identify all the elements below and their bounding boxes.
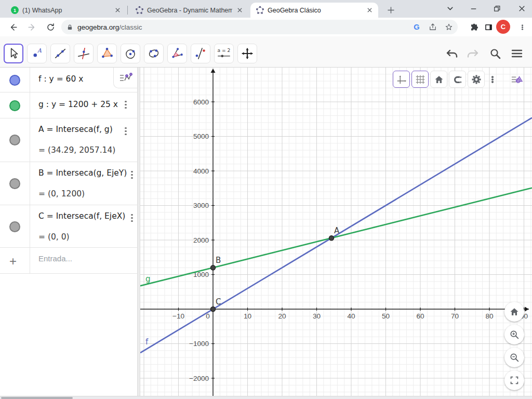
menu-icon[interactable] [511, 47, 523, 60]
browser-menu-button[interactable] [514, 19, 530, 35]
back-button[interactable] [5, 19, 21, 35]
visibility-toggle-B[interactable] [9, 178, 20, 189]
kebab-icon[interactable] [518, 23, 527, 32]
kebab-icon[interactable] [487, 74, 498, 85]
window-close-icon[interactable] [517, 4, 526, 13]
magnet-icon[interactable] [452, 74, 463, 85]
forward-button[interactable] [24, 19, 39, 35]
visibility-toggle-C[interactable] [9, 221, 20, 232]
google-icon[interactable]: G [412, 22, 421, 32]
tab-close-icon[interactable] [235, 6, 244, 15]
tab-close-icon[interactable] [114, 6, 122, 14]
table-wave-icon[interactable] [118, 72, 134, 84]
visibility-toggle-f[interactable] [9, 75, 20, 86]
redo-button[interactable] [462, 44, 482, 63]
search-button[interactable] [485, 44, 505, 63]
algebra-row-B[interactable]: B = Interseca(g, EjeY)= (0, 1200) [0, 162, 137, 205]
row-menu-A[interactable] [123, 126, 129, 138]
google-account-icon[interactable]: G [412, 22, 421, 32]
tab-3[interactable]: GeoGebra Clásico [250, 3, 378, 18]
horizontal-scrollbar[interactable] [0, 396, 532, 399]
point-C[interactable] [210, 307, 215, 311]
tab-2[interactable]: GeoGebra - Dynamic Mathematic [130, 3, 248, 18]
share-icon[interactable] [428, 22, 437, 32]
settings-button[interactable] [468, 71, 485, 88]
reload-button[interactable] [43, 19, 58, 35]
graph-canvas[interactable]: −100102030405060708090600050004000300020… [140, 68, 532, 396]
stylebar-icon[interactable] [509, 74, 525, 85]
tool-move-view[interactable] [237, 44, 257, 63]
grid-icon[interactable] [415, 74, 426, 85]
minimize-icon[interactable] [469, 4, 478, 13]
row-menu-C[interactable] [129, 212, 135, 225]
home-reset-button[interactable] [504, 302, 524, 322]
add-input-icon[interactable]: + [9, 254, 17, 269]
row-menu-B[interactable] [129, 169, 135, 182]
tool-perpendicular[interactable] [74, 44, 94, 63]
axes-toggle-button[interactable] [393, 71, 410, 88]
star-icon[interactable] [444, 22, 454, 32]
tool-angle[interactable]: α [167, 44, 187, 63]
restore-icon[interactable] [493, 4, 501, 13]
tab-1[interactable]: 1(1) WhatsApp [5, 3, 126, 18]
home-icon[interactable] [509, 306, 520, 317]
stylebar-button[interactable] [507, 71, 527, 88]
snap-button[interactable] [449, 71, 466, 88]
visibility-toggle-g[interactable] [9, 100, 20, 111]
algebra-row-A[interactable]: A = Interseca(f, g)= (34.29, 2057.14) [0, 118, 137, 162]
point-A[interactable] [329, 236, 334, 241]
redo-icon[interactable] [464, 47, 480, 60]
forward-icon[interactable] [27, 22, 37, 32]
zoom-out-button[interactable] [504, 348, 524, 367]
tool-polygon[interactable] [97, 44, 117, 63]
puzzle-icon[interactable] [469, 22, 479, 32]
close-button[interactable] [511, 0, 532, 17]
home-icon[interactable] [433, 74, 445, 85]
lock-icon[interactable] [66, 24, 73, 31]
zoom-out-icon[interactable] [509, 352, 520, 363]
side-panel-button[interactable] [481, 19, 496, 35]
extensions-button[interactable] [466, 19, 482, 35]
side-panel-icon[interactable] [484, 22, 494, 32]
home-view-button[interactable] [430, 71, 447, 88]
reload-icon[interactable] [46, 22, 56, 32]
restore-button[interactable] [486, 0, 507, 17]
tab-close-icon[interactable] [113, 6, 122, 15]
algebra-input[interactable] [38, 254, 127, 263]
minimize-button[interactable] [463, 0, 484, 17]
tab-close-icon[interactable] [366, 6, 374, 14]
tool-reflect[interactable] [191, 44, 210, 63]
chevron-down-icon[interactable] [446, 4, 455, 13]
tool-slider[interactable]: a = 2 [214, 44, 234, 63]
bookmark-button[interactable] [444, 22, 454, 32]
undo-button[interactable] [443, 44, 462, 63]
lock-icon[interactable] [66, 24, 73, 31]
main-menu-button[interactable] [507, 44, 527, 63]
new-tab-button[interactable] [383, 3, 398, 17]
zoom-in-icon[interactable] [509, 329, 520, 340]
algebra-row-C[interactable]: C = Interseca(f, EjeX)= (0, 0) [0, 205, 137, 248]
row-menu-g[interactable] [123, 99, 129, 112]
more-button[interactable] [486, 71, 499, 88]
algebra-row-f[interactable]: f : y = 60 x [0, 68, 137, 92]
back-icon[interactable] [8, 22, 18, 32]
point-B[interactable] [210, 265, 215, 270]
tab-close-icon[interactable] [365, 6, 374, 15]
graphics-view[interactable]: −100102030405060708090600050004000300020… [140, 68, 532, 396]
algebra-row-g[interactable]: g : y = 1200 + 25 x [0, 92, 137, 118]
tool-conic[interactable] [144, 44, 164, 63]
new-tab-icon[interactable] [386, 5, 396, 15]
tool-point[interactable]: A [27, 44, 47, 63]
avatar[interactable]: C [496, 20, 510, 34]
tool-line[interactable] [50, 44, 70, 63]
url-field[interactable]: geogebra.org/classic G [61, 20, 458, 34]
visibility-toggle-A[interactable] [9, 135, 20, 145]
zoom-in-button[interactable] [504, 325, 524, 344]
tab-close-icon[interactable] [236, 6, 244, 14]
table-of-values-button[interactable] [113, 68, 137, 88]
axes-icon[interactable] [396, 74, 407, 85]
grid-toggle-button[interactable] [411, 71, 429, 88]
tab-search-button[interactable] [440, 0, 460, 17]
input-row[interactable]: + [0, 248, 137, 274]
tool-move[interactable] [4, 44, 23, 63]
